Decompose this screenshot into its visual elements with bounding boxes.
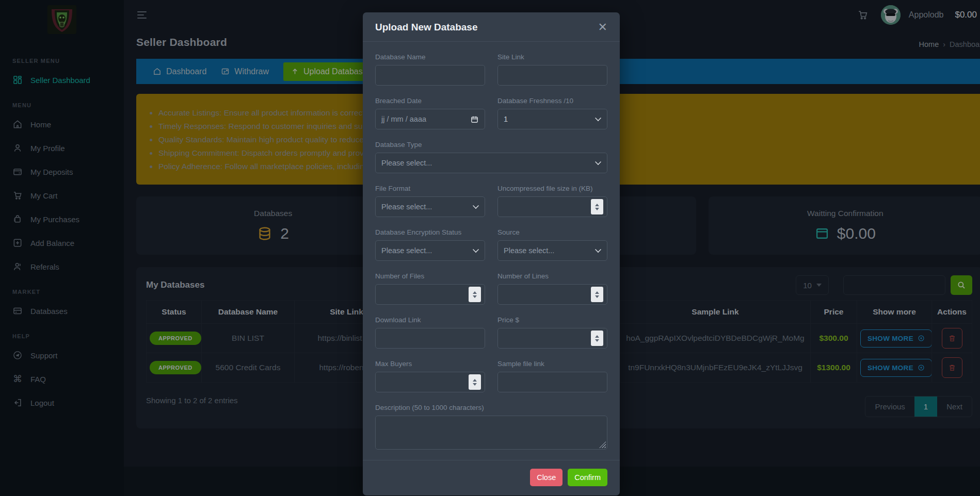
field-database-freshness: Database Freshness /10 1 (497, 97, 607, 129)
chevron-down-icon (473, 246, 479, 253)
source-select[interactable]: Please select... (497, 240, 607, 261)
field-label: Site Link (497, 53, 607, 61)
field-label: Number of Lines (497, 272, 607, 280)
field-max-buyers: Max Buyers (375, 360, 485, 392)
database-type-select[interactable]: Please select... (375, 153, 607, 173)
field-site-link: Site Link (497, 53, 607, 86)
file-format-select[interactable]: Please select... (375, 196, 485, 217)
number-spinner[interactable] (469, 374, 481, 390)
field-breached-date: Breached Date jj / mm / aaaa (375, 97, 485, 129)
field-label: Source (497, 228, 607, 236)
field-label: Uncompressed file size in (KB) (497, 185, 607, 192)
field-label: Database Encryption Status (375, 228, 485, 236)
field-database-type: Database Type Please select... (375, 141, 607, 173)
field-number-of-files: Number of Files (375, 272, 485, 305)
field-label: Description (50 to 1000 characters) (375, 404, 607, 411)
number-of-lines-input[interactable] (497, 284, 607, 305)
modal-close-button[interactable]: Close (530, 469, 563, 486)
field-description: Description (50 to 1000 characters) (375, 404, 607, 450)
download-link-input[interactable] (375, 328, 485, 349)
date-placeholder: jj / mm / aaaa (381, 115, 426, 123)
chevron-down-icon (595, 159, 601, 165)
modal-confirm-button[interactable]: Confirm (568, 469, 607, 486)
field-label: Sample file link (497, 360, 607, 368)
field-label: Max Buyers (375, 360, 485, 368)
field-number-of-lines: Number of Lines (497, 272, 607, 305)
field-label: Number of Files (375, 272, 485, 280)
field-file-size: Uncompressed file size in (KB) (497, 185, 607, 217)
field-label: Database Type (375, 141, 607, 148)
field-file-format: File Format Please select... (375, 185, 485, 217)
encryption-status-select[interactable]: Please select... (375, 240, 485, 261)
sample-file-link-input[interactable] (497, 372, 607, 392)
freshness-select[interactable]: 1 (497, 109, 607, 129)
number-spinner[interactable] (469, 287, 481, 302)
field-label: Price $ (497, 316, 607, 324)
site-link-input[interactable] (497, 65, 607, 86)
field-source: Source Please select... (497, 228, 607, 261)
number-spinner[interactable] (591, 287, 603, 302)
select-placeholder: Please select... (504, 246, 554, 255)
field-label: Download Link (375, 316, 485, 324)
number-spinner[interactable] (591, 199, 603, 214)
chevron-down-icon (473, 203, 479, 209)
close-icon[interactable]: ✕ (598, 22, 607, 33)
select-placeholder: Please select... (381, 203, 432, 211)
upload-database-modal: Upload New Database ✕ Database Name Site… (363, 12, 620, 495)
chevron-down-icon (595, 115, 601, 121)
field-download-link: Download Link (375, 316, 485, 349)
max-buyers-input[interactable] (375, 372, 485, 392)
file-size-input[interactable] (497, 196, 607, 217)
freshness-value: 1 (504, 115, 508, 123)
number-spinner[interactable] (591, 330, 603, 346)
field-label: File Format (375, 185, 485, 192)
field-label: Database Freshness /10 (497, 97, 607, 105)
field-price: Price $ (497, 316, 607, 349)
field-database-name: Database Name (375, 53, 485, 86)
field-sample-file-link: Sample file link (497, 360, 607, 392)
select-placeholder: Please select... (381, 159, 432, 167)
modal-title: Upload New Database (375, 22, 478, 33)
breached-date-input[interactable]: jj / mm / aaaa (375, 109, 485, 129)
field-encryption-status: Database Encryption Status Please select… (375, 228, 485, 261)
field-label: Breached Date (375, 97, 485, 105)
description-textarea[interactable] (375, 416, 607, 450)
chevron-down-icon (595, 246, 601, 253)
field-label: Database Name (375, 53, 485, 61)
calendar-icon[interactable] (470, 115, 479, 124)
select-placeholder: Please select... (381, 246, 432, 255)
number-of-files-input[interactable] (375, 284, 485, 305)
database-name-input[interactable] (375, 65, 485, 86)
price-input[interactable] (497, 328, 607, 349)
